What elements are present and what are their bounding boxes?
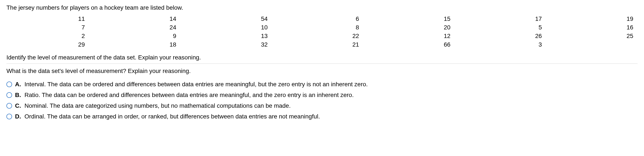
table-cell: 11 <box>6 14 89 23</box>
question-text: What is the data set's level of measurem… <box>6 68 638 74</box>
table-cell: 18 <box>89 40 180 49</box>
table-cell: 21 <box>272 40 364 49</box>
choice-b[interactable]: B. Ratio. The data can be ordered and di… <box>6 92 638 98</box>
choice-text: Nominal. The data are categorized using … <box>24 102 638 109</box>
table-cell: 24 <box>89 23 180 32</box>
choice-letter: B. <box>15 92 22 98</box>
table-cell: 22 <box>272 32 364 40</box>
table-cell: 7 <box>6 23 89 32</box>
radio-icon[interactable] <box>6 114 12 119</box>
choice-a[interactable]: A. Interval. The data can be ordered and… <box>6 81 638 88</box>
table-cell: 10 <box>180 23 272 32</box>
divider <box>6 64 638 64</box>
table-row: 11 14 54 6 15 17 19 <box>6 14 638 23</box>
table-cell: 13 <box>180 32 272 40</box>
table-cell: 26 <box>455 32 546 40</box>
choice-letter: A. <box>15 81 22 88</box>
table-cell: 14 <box>89 14 180 23</box>
table-cell: 9 <box>89 32 180 40</box>
choice-c[interactable]: C. Nominal. The data are categorized usi… <box>6 102 638 109</box>
table-cell: 2 <box>6 32 89 40</box>
table-cell: 17 <box>455 14 546 23</box>
table-cell: 20 <box>364 23 455 32</box>
problem-intro: The jersey numbers for players on a hock… <box>6 4 638 11</box>
table-row: 7 24 10 8 20 5 16 <box>6 23 638 32</box>
radio-icon[interactable] <box>6 103 12 108</box>
table-cell: 16 <box>546 23 638 32</box>
choice-text: Interval. The data can be ordered and di… <box>24 81 638 88</box>
table-cell: 15 <box>364 14 455 23</box>
table-cell: 3 <box>455 40 546 49</box>
table-cell: 66 <box>364 40 455 49</box>
answer-choices: A. Interval. The data can be ordered and… <box>6 81 638 120</box>
choice-letter: C. <box>15 102 22 109</box>
table-cell: 54 <box>180 14 272 23</box>
table-cell: 5 <box>455 23 546 32</box>
choice-letter: D. <box>15 113 22 120</box>
table-cell: 19 <box>546 14 638 23</box>
choice-text: Ratio. The data can be ordered and diffe… <box>24 92 638 98</box>
table-cell: 32 <box>180 40 272 49</box>
choice-d[interactable]: D. Ordinal. The data can be arranged in … <box>6 113 638 120</box>
table-cell: 6 <box>272 14 364 23</box>
table-cell <box>546 40 638 49</box>
instruction-text: Identify the level of measurement of the… <box>6 54 638 61</box>
table-cell: 8 <box>272 23 364 32</box>
radio-icon[interactable] <box>6 82 12 87</box>
table-row: 2 9 13 22 12 26 25 <box>6 32 638 40</box>
radio-icon[interactable] <box>6 92 12 98</box>
table-cell: 25 <box>546 32 638 40</box>
table-cell: 12 <box>364 32 455 40</box>
table-cell: 29 <box>6 40 89 49</box>
jersey-number-table: 11 14 54 6 15 17 19 7 24 10 8 20 5 16 2 … <box>6 14 638 49</box>
choice-text: Ordinal. The data can be arranged in ord… <box>24 113 638 120</box>
table-row: 29 18 32 21 66 3 <box>6 40 638 49</box>
